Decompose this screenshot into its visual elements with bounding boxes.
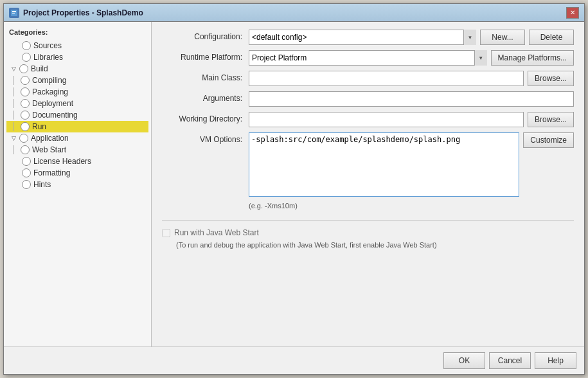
svg-rect-2 bbox=[12, 14, 15, 14]
java-web-start-section: Run with Java Web Start (To run and debu… bbox=[162, 220, 574, 249]
footer: OK Cancel Help bbox=[4, 346, 584, 374]
working-directory-control: Browse... bbox=[249, 112, 574, 127]
configuration-row: Configuration: <default config> ▼ New...… bbox=[162, 30, 574, 45]
collapse-icon: ▽ bbox=[9, 134, 18, 143]
app-icon bbox=[9, 8, 19, 18]
sidebar-item-deployment[interactable]: Deployment bbox=[6, 98, 148, 109]
configuration-select[interactable]: <default config> bbox=[249, 30, 476, 45]
working-directory-row: Working Directory: Browse... bbox=[162, 112, 574, 127]
bullet-icon bbox=[22, 53, 31, 62]
bullet-icon bbox=[21, 145, 30, 154]
configuration-control: <default config> ▼ New... Delete bbox=[249, 30, 574, 45]
configuration-select-wrapper: <default config> ▼ bbox=[249, 30, 476, 45]
main-class-input[interactable]: com.example.splashdemo.SplashScreenDemo bbox=[249, 71, 524, 86]
main-class-row: Main Class: com.example.splashdemo.Splas… bbox=[162, 71, 574, 86]
main-class-label: Main Class: bbox=[162, 71, 249, 82]
vm-options-hint: (e.g. -Xms10m) bbox=[249, 202, 574, 210]
sidebar-item-compiling[interactable]: Compiling bbox=[6, 75, 148, 86]
sidebar-item-libraries[interactable]: Libraries bbox=[6, 51, 148, 63]
vm-textarea-wrapper: -splash:src/com/example/splashdemo/splas… bbox=[249, 132, 519, 197]
vm-options-textarea[interactable]: -splash:src/com/example/splashdemo/splas… bbox=[249, 132, 519, 197]
window-title: Project Properties - SplashDemo bbox=[23, 8, 143, 17]
sidebar-item-build[interactable]: ▽ Build bbox=[6, 63, 148, 75]
cancel-button[interactable]: Cancel bbox=[489, 352, 531, 369]
title-bar-left: Project Properties - SplashDemo bbox=[9, 8, 143, 18]
bullet-icon bbox=[21, 76, 30, 85]
main-class-control: com.example.splashdemo.SplashScreenDemo … bbox=[249, 71, 574, 86]
arguments-input[interactable] bbox=[249, 91, 574, 107]
new-button[interactable]: New... bbox=[480, 30, 525, 45]
customize-button[interactable]: Customize bbox=[523, 132, 574, 148]
arguments-label: Arguments: bbox=[162, 91, 249, 103]
vm-options-row: VM Options: -splash:src/com/example/spla… bbox=[162, 132, 574, 197]
runtime-platform-label: Runtime Platform: bbox=[162, 50, 249, 62]
runtime-platform-select[interactable]: Project Platform bbox=[249, 50, 487, 66]
bullet-icon bbox=[19, 134, 28, 143]
bullet-icon bbox=[22, 157, 31, 166]
runtime-platform-row: Runtime Platform: Project Platform ▼ Man… bbox=[162, 50, 574, 66]
sidebar-item-packaging[interactable]: Packaging bbox=[6, 86, 148, 98]
vm-options-control: -splash:src/com/example/splashdemo/splas… bbox=[249, 132, 574, 197]
java-web-start-row: Run with Java Web Start bbox=[162, 228, 574, 237]
arguments-row: Arguments: bbox=[162, 91, 574, 107]
working-directory-input[interactable] bbox=[249, 112, 524, 127]
vm-options-label: VM Options: bbox=[162, 132, 249, 144]
sidebar-item-web-start[interactable]: Web Start bbox=[6, 144, 148, 156]
title-bar: Project Properties - SplashDemo ✕ bbox=[4, 4, 584, 22]
sidebar-item-run[interactable]: Run bbox=[6, 121, 148, 132]
ok-button[interactable]: OK bbox=[443, 352, 485, 369]
runtime-platform-select-wrapper: Project Platform ▼ bbox=[249, 50, 487, 66]
sidebar-item-sources[interactable]: Sources bbox=[6, 40, 148, 51]
sidebar-item-hints[interactable]: Hints bbox=[6, 179, 148, 190]
bullet-icon bbox=[21, 87, 30, 96]
close-button[interactable]: ✕ bbox=[566, 7, 579, 19]
manage-platforms-button[interactable]: Manage Platforms... bbox=[491, 50, 574, 66]
bullet-icon bbox=[22, 168, 31, 177]
right-panel: Configuration: <default config> ▼ New...… bbox=[152, 22, 584, 346]
help-button[interactable]: Help bbox=[535, 352, 576, 369]
arguments-control bbox=[249, 91, 574, 107]
java-web-start-checkbox[interactable] bbox=[162, 229, 170, 237]
svg-rect-0 bbox=[11, 10, 17, 16]
title-bar-controls: ✕ bbox=[566, 7, 579, 19]
main-content: Categories: Sources Libraries ▽ Build bbox=[4, 22, 584, 346]
sidebar: Categories: Sources Libraries ▽ Build bbox=[4, 22, 152, 346]
java-web-start-info: (To run and debug the application with J… bbox=[176, 241, 574, 249]
bullet-icon bbox=[22, 41, 31, 50]
runtime-platform-control: Project Platform ▼ Manage Platforms... bbox=[249, 50, 574, 66]
browse-working-dir-button[interactable]: Browse... bbox=[528, 112, 574, 127]
bullet-icon bbox=[19, 64, 28, 73]
svg-rect-1 bbox=[12, 11, 16, 12]
bullet-icon bbox=[21, 122, 30, 131]
sidebar-item-formatting[interactable]: Formatting bbox=[6, 167, 148, 179]
sidebar-item-application[interactable]: ▽ Application bbox=[6, 132, 148, 144]
java-web-start-label: Run with Java Web Start bbox=[174, 228, 259, 237]
sidebar-item-documenting[interactable]: Documenting bbox=[6, 109, 148, 121]
browse-main-class-button[interactable]: Browse... bbox=[528, 71, 574, 86]
working-directory-label: Working Directory: bbox=[162, 112, 249, 123]
bullet-icon bbox=[21, 111, 30, 120]
sidebar-item-license-headers[interactable]: License Headers bbox=[6, 156, 148, 167]
collapse-icon: ▽ bbox=[9, 64, 18, 73]
configuration-label: Configuration: bbox=[162, 30, 249, 41]
delete-button[interactable]: Delete bbox=[529, 30, 574, 45]
bullet-icon bbox=[22, 180, 31, 189]
project-properties-window: Project Properties - SplashDemo ✕ Catego… bbox=[3, 3, 585, 375]
bullet-icon bbox=[21, 99, 30, 108]
categories-label: Categories: bbox=[6, 27, 148, 40]
